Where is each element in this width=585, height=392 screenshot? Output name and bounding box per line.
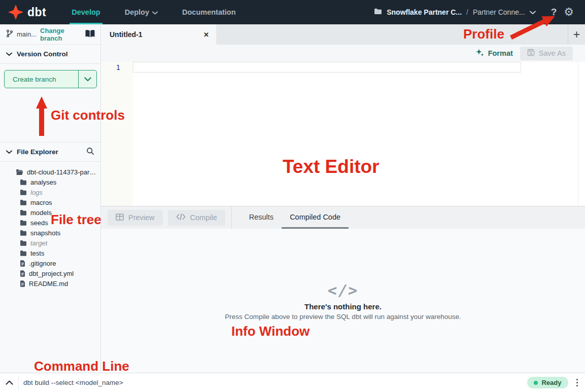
preview-label: Preview bbox=[128, 213, 155, 222]
workspace-body: main... Change branch Version Control Cr… bbox=[0, 24, 585, 373]
file-tree-item[interactable]: analyses bbox=[0, 177, 100, 187]
editor-toolbar: Format Save As bbox=[101, 45, 585, 62]
navbar-right: Snowflake Partner C... / Partner Conne..… bbox=[374, 7, 585, 18]
gear-icon: ⚙ bbox=[564, 7, 574, 18]
brand-name: dbt bbox=[27, 6, 46, 19]
environment-name: Partner Conne... bbox=[473, 8, 525, 16]
editor-scrollbar[interactable] bbox=[578, 62, 578, 206]
docs-book-icon[interactable] bbox=[85, 29, 95, 40]
chevron-down-icon bbox=[152, 8, 158, 16]
kebab-menu-button[interactable] bbox=[576, 379, 578, 387]
tab-compiled-code[interactable]: Compiled Code bbox=[282, 206, 349, 229]
file-tree-item[interactable]: logs bbox=[0, 187, 100, 197]
file-tree-item[interactable]: .gitignore bbox=[0, 258, 100, 268]
status-badge: Ready bbox=[527, 377, 568, 388]
change-branch-link[interactable]: Change branch bbox=[40, 27, 81, 42]
add-tab-button[interactable]: + bbox=[568, 24, 585, 45]
file-tree-item[interactable]: seeds bbox=[0, 218, 100, 228]
file-tree-item[interactable]: README.md bbox=[0, 278, 100, 289]
file-name: logs bbox=[30, 189, 43, 196]
file-name: models bbox=[30, 209, 52, 217]
file-icon bbox=[20, 280, 25, 287]
top-navbar: dbt Develop Deploy Documentation Snowfla… bbox=[0, 0, 585, 24]
project-breadcrumb[interactable]: Snowflake Partner C... / Partner Conne..… bbox=[374, 8, 535, 16]
file-tree-item[interactable]: models bbox=[0, 207, 100, 218]
create-branch-caret[interactable] bbox=[79, 70, 96, 88]
help-icon: ? bbox=[551, 7, 557, 18]
format-label: Format bbox=[488, 49, 513, 57]
folder-open-icon bbox=[16, 169, 23, 175]
save-icon bbox=[527, 49, 535, 58]
command-line-bar: dbt build --select <model_name> Ready bbox=[0, 373, 585, 392]
preview-button[interactable]: Preview bbox=[108, 210, 163, 226]
file-search-button[interactable] bbox=[86, 147, 94, 157]
empty-state-hint: Press Compile above to preview the SQL d… bbox=[225, 313, 461, 320]
nav-item-develop[interactable]: Develop bbox=[59, 0, 112, 24]
tab-untitled-1[interactable]: Untitled-1 ✕ bbox=[101, 24, 216, 45]
nav-documentation-label: Documentation bbox=[182, 8, 236, 16]
git-branch-icon bbox=[6, 29, 13, 39]
text-editor[interactable]: 1 bbox=[101, 62, 585, 206]
close-tab-icon[interactable]: ✕ bbox=[203, 31, 209, 39]
breadcrumb-separator: / bbox=[466, 8, 468, 16]
sparkle-icon bbox=[475, 48, 484, 58]
create-branch-label[interactable]: Create branch bbox=[5, 70, 79, 88]
table-icon bbox=[116, 213, 124, 222]
chevron-down-icon bbox=[530, 8, 536, 16]
version-control-header[interactable]: Version Control bbox=[0, 45, 100, 64]
file-tree-item[interactable]: macros bbox=[0, 197, 100, 207]
file-name: target bbox=[30, 239, 47, 247]
file-tree-item[interactable]: dbt_project.yml bbox=[0, 268, 100, 278]
command-input[interactable]: dbt build --select <model_name> bbox=[19, 379, 527, 386]
code-slash-icon: </> bbox=[327, 281, 359, 299]
file-name: README.md bbox=[29, 280, 68, 288]
file-tree-item[interactable]: snapshots bbox=[0, 228, 100, 238]
code-icon bbox=[176, 213, 186, 222]
file-tree: dbt-cloud-114373-partn... analyses logs … bbox=[0, 162, 100, 373]
folder-icon bbox=[374, 8, 382, 16]
branch-row: main... Change branch bbox=[0, 24, 100, 45]
file-icon bbox=[20, 260, 25, 267]
version-control-label: Version Control bbox=[17, 50, 68, 58]
nav-develop-label: Develop bbox=[72, 8, 100, 16]
help-button[interactable]: ? bbox=[551, 7, 557, 18]
file-tree-item[interactable]: tests bbox=[0, 248, 100, 258]
file-tree-item[interactable]: target bbox=[0, 238, 100, 248]
bottom-pane-bar: Preview Compile Results Compiled Code bbox=[101, 206, 585, 229]
dbt-brand[interactable]: dbt bbox=[0, 5, 59, 20]
file-explorer-header[interactable]: File Explorer bbox=[0, 142, 100, 162]
status-label: Ready bbox=[541, 379, 561, 386]
current-branch-name: main... bbox=[17, 30, 37, 38]
format-button[interactable]: Format bbox=[475, 48, 513, 58]
settings-button[interactable]: ⚙ bbox=[564, 7, 574, 18]
file-name: analyses bbox=[30, 179, 56, 186]
compile-button[interactable]: Compile bbox=[168, 210, 225, 226]
line-number: 1 bbox=[116, 63, 120, 72]
save-as-label: Save As bbox=[539, 49, 566, 57]
search-icon bbox=[86, 147, 94, 157]
editor-gutter: 1 bbox=[101, 62, 133, 206]
sidebar: main... Change branch Version Control Cr… bbox=[0, 24, 101, 373]
pane-tabs: Results Compiled Code bbox=[241, 206, 349, 229]
file-tree-item[interactable]: dbt-cloud-114373-partn... bbox=[0, 167, 100, 177]
nav-item-deploy[interactable]: Deploy bbox=[113, 0, 170, 24]
folder-icon bbox=[20, 199, 27, 205]
editor-tabbar: Untitled-1 ✕ + bbox=[101, 24, 585, 45]
chevron-down-icon bbox=[6, 50, 12, 58]
folder-icon bbox=[20, 250, 27, 256]
chevron-up-icon bbox=[6, 379, 13, 386]
file-name: dbt-cloud-114373-partn... bbox=[27, 168, 97, 176]
project-name: Snowflake Partner C... bbox=[387, 8, 462, 16]
pane-actions: Preview Compile bbox=[101, 206, 231, 229]
dbt-cloud-ide: dbt Develop Deploy Documentation Snowfla… bbox=[0, 0, 585, 392]
tab-results[interactable]: Results bbox=[241, 206, 282, 229]
save-as-button[interactable]: Save As bbox=[520, 47, 573, 60]
expand-panel-button[interactable] bbox=[0, 379, 18, 386]
file-name: snapshots bbox=[30, 229, 60, 237]
nav-item-documentation[interactable]: Documentation bbox=[170, 0, 248, 24]
create-branch-button[interactable]: Create branch bbox=[4, 70, 97, 88]
version-control-body: Create branch bbox=[0, 64, 100, 142]
editor-active-line[interactable] bbox=[133, 62, 521, 73]
dbt-logo-icon bbox=[8, 5, 23, 20]
empty-state-title: There's nothing here. bbox=[304, 302, 382, 311]
